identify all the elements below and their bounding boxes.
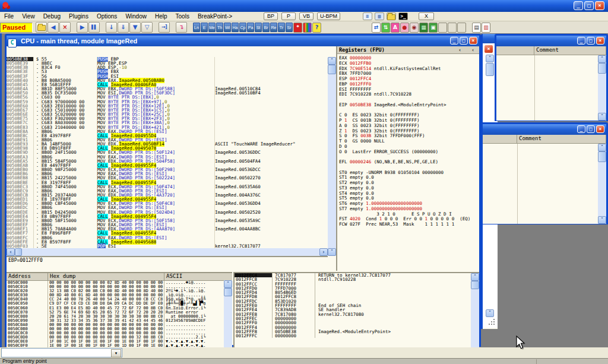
scroll-up-button[interactable]: ˄ — [471, 273, 479, 281]
stack-row[interactable]: 0012FFC87C910228ntdll.7C910228 — [235, 277, 479, 281]
maximize-button[interactable]: □ — [587, 37, 595, 45]
info-pane[interactable]: EBP=0012FFF0 — [7, 256, 328, 271]
register-line[interactable]: EAX 00000000 — [339, 55, 479, 61]
swap-arrows-icon[interactable]: ⇄ — [372, 23, 381, 33]
register-line[interactable] — [339, 154, 479, 159]
stack-row[interactable]: 0012FFD48054B6ED — [235, 290, 479, 295]
pane-button-e[interactable]: E — [201, 23, 208, 32]
disassembly-pane[interactable]: 0050BE38$55PUSH EBP0050BE39.8BECMOV EBP,… — [7, 57, 328, 248]
animate-into-button[interactable]: ▼ — [129, 22, 141, 33]
pane-button-cp[interactable]: Cp — [239, 23, 246, 32]
pane-button-pa[interactable]: Pa — [247, 23, 254, 32]
pane-button-st[interactable]: St — [255, 23, 262, 32]
close-button[interactable]: × — [469, 37, 477, 45]
minimize-button[interactable]: _ — [574, 1, 583, 10]
scroll-left-button[interactable]: ‹ — [7, 248, 15, 256]
stack-row[interactable]: 0012FFF000000000 — [235, 321, 479, 325]
register-line[interactable] — [339, 107, 479, 113]
scrollbar[interactable]: ˄ ˅ — [598, 144, 606, 224]
scroll-up-button[interactable]: ˄ — [224, 280, 232, 288]
comment-window-2-body[interactable]: ˄ ˅ — [483, 144, 606, 224]
scroll-up-button[interactable]: ˄ — [486, 55, 494, 62]
register-line[interactable]: ST3 empty 0.0 — [339, 185, 479, 191]
scroll-down-button[interactable]: ˅ — [328, 248, 336, 256]
disasm-row[interactable]: 0050BEE9.8B0D 58F15000MOV ECX,DWORD PTR … — [7, 219, 328, 223]
updown-icon[interactable]: ⇅ — [381, 23, 390, 33]
menu-item-breakpoint[interactable]: BreakPoint-> — [194, 12, 236, 21]
menu-item-view[interactable]: View — [18, 12, 39, 21]
plugin-close-button[interactable]: X — [419, 12, 434, 20]
register-line[interactable]: ST0 empty -UNORM B938 01050104 00000000 — [339, 170, 479, 175]
go-to-address-button[interactable]: ↴ — [176, 22, 187, 33]
combobox-dropdown-icon[interactable]: ▼ — [111, 349, 121, 357]
minimize-button[interactable]: _ — [577, 125, 585, 133]
restart-button[interactable]: ◀ — [48, 22, 59, 33]
disasm-row[interactable]: 0050BEFE.E8 8597F8FFCALL ImageRed.004956… — [7, 240, 328, 244]
step-over-button[interactable]: ⇓ — [118, 22, 129, 33]
open-file-button[interactable] — [36, 22, 47, 33]
blank-button[interactable] — [448, 23, 457, 33]
cpu-window[interactable]: C CPU - main thread, module ImageRed _ □… — [5, 34, 481, 347]
keypad-icon[interactable]: ▦ — [419, 23, 428, 33]
register-line[interactable] — [339, 164, 479, 170]
register-line[interactable]: EIP 0050BE38 ImageRed.<ModuleEntryPoint> — [339, 102, 479, 107]
menu-item-file[interactable]: File — [0, 12, 18, 21]
scroll-right-button[interactable]: › — [319, 248, 328, 256]
scroll-up-button[interactable]: ˄ — [598, 55, 606, 63]
register-line[interactable]: T 0 GS 0000 NULL — [339, 138, 479, 144]
record-icon[interactable]: ● — [400, 23, 409, 33]
log-list-icon[interactable]: ▤ — [472, 23, 481, 33]
maximize-button[interactable]: □ — [587, 125, 595, 133]
comment-window-1-titlebar[interactable]: _ □ × — [496, 36, 606, 46]
register-line[interactable]: A 0 SS 0023 32bit 0(FFFFFFFF) — [339, 123, 479, 128]
register-line[interactable]: ST1 empty 0.0 — [339, 175, 479, 180]
scroll-down-button[interactable]: ˅ — [598, 216, 606, 224]
step-into-button[interactable]: ↓ — [106, 22, 117, 33]
disassembly-hscrollbar[interactable]: ‹ › — [7, 248, 328, 256]
dump-column-address[interactable]: Address — [7, 273, 48, 280]
plugin-button-p[interactable]: P — [281, 12, 296, 20]
close-button[interactable]: × — [596, 37, 604, 45]
scroll-down-button[interactable]: ˅ — [486, 309, 494, 317]
stack-row[interactable]: 0012FFEC00000000 — [235, 316, 479, 321]
notepad-icon[interactable]: ≡ — [363, 12, 372, 20]
stack-body[interactable]: 0012FFC47C817077RETURN to kernel32.7C817… — [235, 273, 479, 338]
register-line[interactable]: EDX 7C90E514 ntdll.KiFastSystemCallRet — [339, 66, 479, 71]
register-line[interactable]: O 0 LastErr ERROR_SUCCESS (00000000) — [339, 149, 479, 154]
register-line[interactable]: 3 2 1 0 E S P U O Z D I — [339, 211, 479, 217]
pane-button-re[interactable]: Re — [270, 23, 277, 32]
comment-window-2-titlebar[interactable]: _ □ × — [483, 124, 606, 135]
disasm-row[interactable]: 0050BED6.8B0D C8F45000MOV ECX,DWORD PTR … — [7, 201, 328, 205]
scroll-down-button[interactable]: ˅ — [598, 113, 606, 121]
cpu-window-titlebar[interactable]: C CPU - main thread, module ImageRed _ □… — [7, 36, 479, 46]
plugin-button-ubpm[interactable]: U-BPM — [317, 12, 340, 20]
pane-button-sr[interactable]: Sr — [286, 23, 293, 32]
pane-button-br[interactable]: Br — [262, 23, 270, 32]
pause-button[interactable]: ▌▌ — [88, 22, 100, 33]
register-line[interactable]: ST7 empty 1.0000000000000000000 — [339, 206, 479, 211]
pane-button-ha[interactable]: Ha — [232, 23, 239, 32]
blank-button[interactable] — [457, 23, 466, 33]
register-line[interactable]: C 0 ES 0023 32bit 0(FFFFFFFF) — [339, 112, 479, 118]
dump-pane[interactable]: Address Hex dump ASCII 0050C00000 00 00 … — [7, 272, 232, 357]
register-line[interactable]: S 0 FS 003B 32bit 7FFDF000(FFF) — [339, 133, 479, 138]
dump-column-hex[interactable]: Hex dump — [48, 273, 164, 280]
options-gear-icon[interactable]: * — [293, 23, 302, 33]
restore-button[interactable]: □ — [584, 1, 594, 10]
menu-item-window[interactable]: Window — [121, 12, 151, 21]
help-icon[interactable]: ? — [312, 23, 321, 33]
stack-pane[interactable]: 0012FFC47C817077RETURN to kernel32.7C817… — [233, 272, 479, 357]
dump-body[interactable]: 0050C00000 00 00 00 00 00 00 00 02 8D 40… — [7, 281, 232, 353]
comment-window-1[interactable]: _ □ × Comment ˄ ˅ — [495, 34, 608, 121]
disasm-row[interactable]: 0050BF03.5EPOP ESIkernel32.7C817077 — [7, 244, 328, 248]
register-line[interactable]: ST4 empty 0.0 — [339, 191, 479, 196]
spiral-icon[interactable]: ◉ — [410, 23, 419, 33]
stack-row[interactable]: 0012FFE87C817080kernel32.7C817080 — [235, 312, 479, 316]
chevron-left-icon[interactable]: ‹ — [458, 46, 461, 53]
stack-row[interactable]: 0012FFCCFFFFFFFF — [235, 282, 479, 286]
register-line[interactable]: EBP 0012FFF0 — [339, 81, 479, 87]
plugin-button-vb[interactable]: VB — [299, 12, 314, 20]
register-line[interactable]: ECX 0012FFB0 — [339, 61, 479, 66]
notes-list-icon[interactable]: ▥ — [482, 23, 490, 33]
folder-icon[interactable] — [387, 12, 396, 20]
